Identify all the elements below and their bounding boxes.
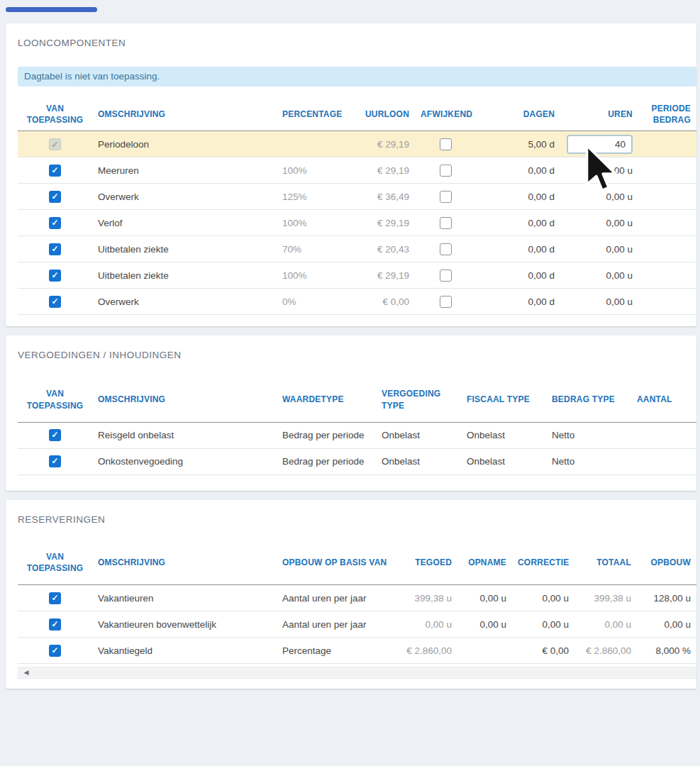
van-toepassing-checkbox[interactable] <box>49 618 61 631</box>
cell-text: 0,00 d <box>528 192 555 202</box>
cell-text: € 29,19 <box>377 218 409 228</box>
table-row[interactable]: Reisgeld onbelastBedrag per periodeOnbel… <box>18 422 696 448</box>
cell-text: 0,00 u <box>542 593 569 604</box>
afwijkend-checkbox[interactable] <box>440 165 452 177</box>
column-header-omschrijving: OMSCHRIJVING <box>92 542 277 585</box>
table-row[interactable]: Meeruren100%€ 29,190,00 d0,00 u <box>18 157 696 184</box>
van-toepassing-checkbox[interactable] <box>49 645 61 657</box>
column-header-opbouw: OPBOUW <box>637 542 696 585</box>
cell-text: 399,38 u <box>414 593 452 604</box>
table-row[interactable]: Overwerk0%€ 0,000,00 d0,00 u <box>18 289 696 315</box>
column-header-dagen: DAGEN <box>477 99 560 131</box>
cell-text: Overwerk <box>98 192 139 202</box>
cell-text: Bedrag per periode <box>282 456 365 467</box>
cell-text: 0,00 u <box>606 270 633 281</box>
reserveringen-section: RESERVERINGEN VANTOEPASSINGOMSCHRIJVINGO… <box>6 500 696 689</box>
van-toepassing-checkbox[interactable] <box>49 592 61 604</box>
van-toepassing-checkbox[interactable] <box>49 165 61 177</box>
van-toepassing-checkbox[interactable] <box>49 217 61 229</box>
afwijkend-checkbox[interactable] <box>440 217 452 229</box>
cell-text: Uitbetalen ziekte <box>98 244 169 255</box>
cell-text: Onbelast <box>382 456 420 467</box>
van-toepassing-checkbox[interactable] <box>49 429 61 441</box>
afwijkend-checkbox[interactable] <box>440 191 452 203</box>
van-toepassing-checkbox[interactable] <box>49 270 61 282</box>
section-title-vergoedingen: VERGOEDINGEN / INHOUDINGEN <box>18 350 696 360</box>
cell-text: Periodeloon <box>98 139 149 150</box>
afwijkend-checkbox[interactable] <box>440 243 452 255</box>
table-row[interactable]: Uitbetalen ziekte100%€ 29,190,00 d0,00 u <box>18 262 696 289</box>
table-row[interactable]: OnkostenvegoedingBedrag per periodeOnbel… <box>18 448 696 474</box>
cell-text: € 20,43 <box>377 244 409 255</box>
payroll-page: LOONCOMPONENTEN Dagtabel is niet van toe… <box>0 0 700 766</box>
table-row[interactable]: Periodeloon€ 29,195,00 d <box>18 131 696 157</box>
table-row[interactable]: Uitbetalen ziekte70%€ 20,430,00 d0,00 u <box>18 236 696 262</box>
cell-text: 0,00 u <box>606 244 633 255</box>
cell-text: € 29,19 <box>377 165 409 176</box>
cell-text: 0% <box>282 296 296 307</box>
scroll-left-arrow-icon[interactable]: ◀ <box>18 667 34 679</box>
header-row: VANTOEPASSINGOMSCHRIJVINGOPBOUW OP BASIS… <box>18 542 696 585</box>
table-row[interactable]: Overwerk125%€ 36,490,00 d0,00 u <box>18 184 696 210</box>
van-toepassing-checkbox <box>49 138 61 150</box>
cell-text: € 36,49 <box>377 192 409 202</box>
vergoedingen-table: VANTOEPASSINGOMSCHRIJVINGWAARDETYPEVERGO… <box>18 379 696 474</box>
vergoedingen-inhoudingen-section: VERGOEDINGEN / INHOUDINGEN VANTOEPASSING… <box>6 335 696 490</box>
column-header-correctie: CORRECTIE <box>512 542 574 585</box>
section-title-reserveringen: RESERVERINGEN <box>18 514 696 525</box>
column-header-periode-bedrag: PERIODEBEDRAG <box>638 99 696 131</box>
column-header-afwijkend: AFWIJKEND <box>415 99 477 131</box>
cell-text: Verlof <box>98 218 123 228</box>
cell-text: Overwerk <box>98 296 139 307</box>
cell-text: 0,00 d <box>528 270 555 281</box>
cell-text: 0,00 u <box>479 593 506 604</box>
cell-text: 100% <box>282 218 307 228</box>
table-row[interactable]: Vakantieuren bovenwettelijkAantal uren p… <box>18 611 696 638</box>
van-toepassing-checkbox[interactable] <box>49 243 61 255</box>
cell-text: 125% <box>282 192 307 202</box>
cell-text: € 2.860,00 <box>406 645 452 656</box>
column-header-aantal: AANTAL <box>631 379 696 422</box>
column-header-van-toepassing: VANTOEPASSING <box>18 542 92 585</box>
cell-text: 0,00 u <box>606 165 633 176</box>
cell-text: € 0,00 <box>382 296 409 307</box>
cell-text: 0,00 u <box>606 218 633 228</box>
van-toepassing-checkbox[interactable] <box>49 296 61 308</box>
van-toepassing-checkbox[interactable] <box>49 191 61 203</box>
cell-text: 8,000 % <box>655 645 691 656</box>
van-toepassing-checkbox[interactable] <box>49 455 61 467</box>
section-title-looncomponenten: LOONCOMPONENTEN <box>18 38 696 48</box>
cell-text: 0,00 u <box>606 296 633 307</box>
afwijkend-checkbox[interactable] <box>440 270 452 282</box>
afwijkend-checkbox[interactable] <box>440 296 452 308</box>
cell-text: Onkostenvegoeding <box>98 456 183 467</box>
cell-text: € 0,00 <box>542 645 569 656</box>
looncomponenten-table: VANTOEPASSINGOMSCHRIJVINGPERCENTAGEUURLO… <box>18 99 696 315</box>
cell-text: 0,00 d <box>528 165 555 176</box>
cell-text: 0,00 u <box>606 192 633 202</box>
column-header-van-toepassing: VANTOEPASSING <box>18 379 92 422</box>
cell-text: 0,00 u <box>604 619 631 630</box>
cell-text: Meeruren <box>98 165 139 176</box>
cell-text: € 2.860,00 <box>586 645 631 656</box>
cell-text: 0,00 u <box>542 619 569 630</box>
uren-input[interactable] <box>567 135 633 154</box>
column-header-bedrag-type: BEDRAG TYPE <box>546 379 631 422</box>
column-header-tegoed: TEGOED <box>397 542 457 585</box>
table-row[interactable]: VakantieurenAantal uren per jaar399,38 u… <box>18 585 696 611</box>
cell-text: Netto <box>552 430 574 440</box>
cell-text: 100% <box>282 270 307 281</box>
table-row[interactable]: Verlof100%€ 29,190,00 d0,00 u <box>18 210 696 236</box>
horizontal-scrollbar[interactable]: ◀ <box>18 667 696 679</box>
column-header-vergoeding-type: VERGOEDINGTYPE <box>376 379 461 422</box>
header-row: VANTOEPASSINGOMSCHRIJVINGPERCENTAGEUURLO… <box>18 99 696 131</box>
reserveringen-table: VANTOEPASSINGOMSCHRIJVINGOPBOUW OP BASIS… <box>18 542 696 664</box>
info-banner: Dagtabel is niet van toepassing. <box>18 67 696 87</box>
afwijkend-checkbox[interactable] <box>440 138 452 150</box>
cell-text: Vakantieuren bovenwettelijk <box>98 619 216 630</box>
column-header-van-toepassing: VANTOEPASSING <box>18 99 92 131</box>
column-header-opbouw-basis: OPBOUW OP BASIS VAN <box>277 542 397 585</box>
cell-text: 0,00 d <box>528 244 555 255</box>
table-row[interactable]: VakantiegeldPercentage€ 2.860,00€ 0,00€ … <box>18 638 696 664</box>
cell-text: Vakantieuren <box>98 593 154 604</box>
